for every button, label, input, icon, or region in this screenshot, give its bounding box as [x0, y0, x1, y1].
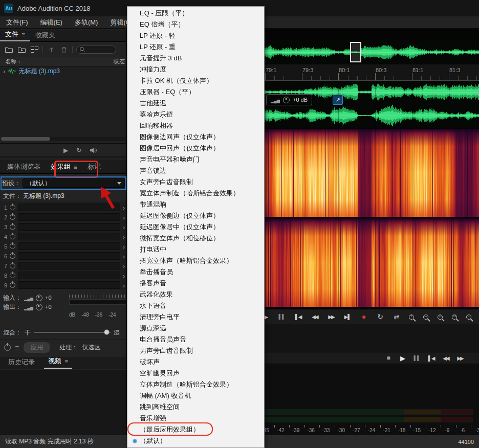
preset-combobox[interactable]: （默认）	[23, 178, 125, 188]
rack-list-icon[interactable]	[15, 343, 19, 352]
column-status[interactable]: 状态	[114, 58, 125, 65]
slot-power-icon[interactable]	[10, 205, 15, 210]
skip-to-start-button[interactable]	[426, 353, 437, 363]
preset-menu-item[interactable]: EQ 倍增（平）	[127, 19, 264, 30]
preset-menu-item[interactable]: 宽立体声制造（哈斯铝合金效果）	[127, 188, 264, 199]
zoom-in-button[interactable]	[405, 311, 418, 322]
effect-slot[interactable]: 8	[2, 271, 125, 280]
slot-power-icon[interactable]	[10, 253, 15, 259]
effect-slot[interactable]: 2	[2, 213, 125, 221]
column-name[interactable]: 名称	[0, 58, 20, 65]
fast-forward-button[interactable]	[454, 353, 466, 363]
play-button[interactable]	[397, 353, 408, 363]
pause-button[interactable]	[275, 311, 289, 322]
zoom-out-full-button[interactable]	[463, 311, 475, 322]
stop-button[interactable]	[383, 353, 394, 363]
zoom-in-selection-button[interactable]	[434, 311, 446, 322]
preset-menu-item[interactable]: 图像居中回声（仅立体声）	[127, 143, 264, 154]
slot-effect-field[interactable]	[18, 281, 120, 289]
pause-button[interactable]	[411, 353, 423, 363]
preset-menu-item[interactable]: LP 还原 - 轻	[127, 30, 264, 41]
tab-video[interactable]: 视频	[44, 354, 72, 369]
slot-arrow-icon[interactable]	[123, 261, 125, 271]
preset-menu-item[interactable]: 延迟图像侧边（仅立体声）	[127, 210, 264, 221]
preset-menu-item[interactable]: 播客声音	[127, 278, 264, 289]
slot-power-icon[interactable]	[10, 273, 15, 278]
slot-arrow-icon[interactable]	[123, 252, 125, 261]
apply-button[interactable]: 应用	[23, 342, 51, 353]
preset-menu-item[interactable]: 图像侧边回声（仅立体声）	[127, 131, 264, 143]
preset-menu-item[interactable]: 冲撞力度	[127, 64, 264, 75]
preset-menu-item[interactable]: （默认）	[127, 435, 264, 446]
slot-arrow-icon[interactable]	[123, 232, 125, 241]
preset-menu-item[interactable]: 吉他延迟	[127, 98, 264, 109]
preview-play-button[interactable]	[63, 146, 68, 154]
zoom-out-button[interactable]	[420, 311, 432, 322]
tab-media-browser[interactable]: 媒体浏览器	[3, 160, 45, 173]
preset-menu-item[interactable]: 立体声制造（哈斯铝合金效果）	[127, 379, 264, 390]
overview-selection-box[interactable]	[350, 42, 361, 62]
preset-menu-item[interactable]: 源点深远	[127, 323, 264, 334]
mix-slider[interactable]	[34, 332, 111, 333]
preset-menu-item[interactable]: 清理旁白电平	[127, 311, 264, 323]
preset-menu-item[interactable]: 音乐增强	[127, 413, 264, 424]
preset-menu-item[interactable]: 打电话中	[127, 244, 264, 255]
loop-playback-button[interactable]	[374, 311, 387, 322]
preset-menu-item[interactable]: 声音锁边	[127, 165, 264, 176]
zoom-to-selection-button[interactable]	[448, 311, 461, 322]
slot-effect-field[interactable]	[18, 252, 120, 260]
skip-selection-button[interactable]	[390, 311, 403, 322]
rewind-button[interactable]	[440, 353, 451, 363]
menu-item[interactable]: 编辑(E)	[34, 16, 69, 29]
preset-menu-item[interactable]: 嘻哈声乐链	[127, 109, 264, 120]
panel-menu-icon[interactable]	[71, 163, 77, 171]
tab-favorites[interactable]: 收藏夹	[30, 29, 60, 41]
slot-power-icon[interactable]	[10, 214, 15, 220]
slot-power-icon[interactable]	[10, 224, 15, 230]
delete-button[interactable]	[59, 46, 69, 54]
tab-history[interactable]: 历史记录	[4, 355, 39, 369]
slot-arrow-icon[interactable]	[123, 213, 125, 222]
slot-arrow-icon[interactable]	[123, 222, 125, 232]
effect-slot[interactable]: 3	[2, 222, 125, 231]
preset-menu-item[interactable]: 电台播音员声音	[127, 334, 264, 345]
record-button[interactable]	[357, 311, 371, 322]
preset-menu-item[interactable]: 微拓宽立体声（相位移位）	[127, 233, 264, 244]
search-field[interactable]	[76, 46, 116, 54]
preset-menu-item[interactable]: 带通混响	[127, 199, 264, 210]
tab-effects-rack[interactable]: 效果组	[47, 160, 81, 173]
slot-arrow-icon[interactable]	[123, 281, 125, 290]
preset-menu-item[interactable]: 卡拉 OK 机（仅立体声）	[127, 75, 264, 86]
menu-item[interactable]: 多轨(M)	[69, 16, 104, 29]
disclosure-icon[interactable]	[3, 66, 5, 76]
import-file-button[interactable]	[17, 46, 26, 54]
file-row[interactable]: 无标题 (3).mp3	[0, 66, 127, 76]
slot-effect-field[interactable]	[18, 213, 120, 221]
slot-effect-field[interactable]	[18, 272, 120, 279]
gain-hud[interactable]: +0 dB	[266, 94, 312, 105]
panel-menu-icon[interactable]	[61, 357, 68, 365]
slot-effect-field[interactable]	[18, 233, 120, 240]
rewind-button[interactable]	[308, 311, 321, 322]
preset-menu-item[interactable]: 拳击播音员	[127, 266, 264, 278]
slot-power-icon[interactable]	[10, 234, 15, 239]
open-file-button[interactable]	[4, 46, 13, 54]
effect-slot[interactable]: 5	[2, 242, 125, 251]
output-gain-knob[interactable]	[36, 304, 42, 310]
preset-menu-item[interactable]: （最后应用效果组）	[127, 424, 264, 435]
horizontal-scrollbar[interactable]	[1, 137, 50, 141]
effect-slot[interactable]: 6	[2, 252, 125, 260]
slot-power-icon[interactable]	[10, 243, 15, 249]
slot-effect-field[interactable]	[18, 262, 120, 270]
input-gain-knob[interactable]	[36, 295, 42, 301]
preset-menu-item[interactable]: 男声旁白齿音限制	[127, 345, 264, 356]
preset-menu-item[interactable]: 水下语音	[127, 300, 264, 311]
preset-menu-item[interactable]: 空旷幽灵回声	[127, 368, 264, 379]
new-item-button[interactable]	[30, 46, 39, 54]
preset-menu-item[interactable]: 女声旁白齿音限制	[127, 176, 264, 188]
panel-menu-icon[interactable]	[18, 31, 25, 38]
slot-arrow-icon[interactable]	[123, 242, 125, 251]
effect-slot[interactable]: 7	[2, 261, 125, 270]
slot-arrow-icon[interactable]	[123, 203, 125, 212]
slot-effect-field[interactable]	[18, 223, 120, 231]
